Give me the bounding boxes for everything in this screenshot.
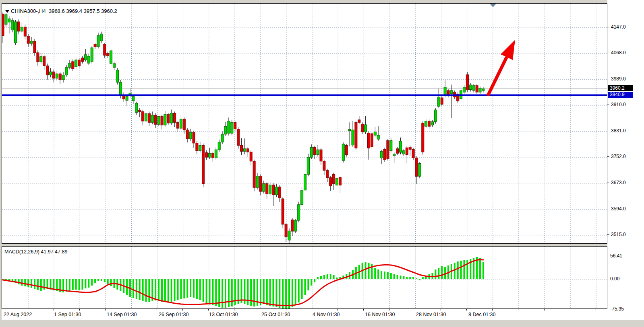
time-axis-tick [234,309,234,311]
trend-arrow-annotation[interactable] [488,40,515,96]
time-axis-tick [182,309,183,311]
time-axis-label: 13 Oct 01:30 [209,312,238,317]
price-axis-label: 3673.0 [611,180,626,185]
time-axis-tick [466,309,467,311]
time-axis-tick [28,309,28,311]
time-axis-tick [518,309,518,311]
price-axis[interactable]: 4147.04068.03989.03910.03831.03752.03673… [607,3,644,320]
price-axis-tick [607,156,609,157]
time-axis-tick [131,309,131,311]
time-axis-label: 4 Nov 01:30 [313,312,340,317]
time-axis-label: 14 Sep 01:30 [107,312,137,317]
price-axis-label: 4068.0 [611,50,626,56]
time-axis-tick [441,309,441,311]
current-price-tag: 3960.2 [608,85,633,91]
support-line[interactable] [2,95,607,96]
time-axis-tick [79,309,80,311]
price-axis-tick [607,27,609,27]
time-axis-label: 8 Dec 01:30 [468,312,495,317]
price-axis-label: 3594.0 [611,206,626,212]
time-axis-tick [286,309,286,311]
time-axis-tick [492,309,493,311]
macd-axis-label: 0.00 [610,276,619,282]
time-axis-label: 28 Nov 01:30 [416,312,446,317]
price-axis-label: 3752.0 [611,154,626,159]
time-axis-label: 26 Sep 01:30 [159,312,188,317]
macd-axis-label: -75.35 [610,306,624,312]
time-axis-tick [389,309,389,311]
chart-shift-marker-icon[interactable] [490,4,496,7]
time-axis-tick [157,309,157,311]
macd-indicator-label: MACD(12,26,9) 41.97 47.89 [4,249,67,255]
macd-axis-tick [607,256,609,256]
time-axis-tick [260,309,260,311]
price-axis-tick [607,183,609,183]
time-axis-tick [312,309,312,311]
time-axis-tick [105,309,106,311]
time-axis-label: 22 Aug 2022 [4,312,32,317]
price-axis-label: 3831.0 [611,128,626,134]
time-axis-label: 25 Oct 01:30 [261,312,290,317]
time-axis-tick [208,309,209,311]
price-axis-tick [607,209,609,209]
price-chart-canvas[interactable] [2,4,607,243]
hline-price-tag: 3940.9 [608,92,633,98]
time-axis-tick [54,309,54,311]
price-axis-tick [607,53,609,53]
price-axis-label: 3989.0 [611,76,626,82]
time-axis[interactable]: 22 Aug 20221 Sep 01:3014 Sep 01:3026 Sep… [2,309,607,320]
price-axis-tick [607,79,609,79]
time-axis-tick [338,309,338,311]
time-axis-tick [596,309,596,311]
symbol-dropdown-icon[interactable] [5,10,9,13]
time-axis-tick [363,309,364,311]
price-axis-label: 3910.0 [611,102,626,107]
symbol-ohlc-title: CHINA300-,H4 3968.6 3969.4 3957.5 3960.2 [11,8,117,14]
time-axis-tick [544,309,545,311]
price-axis-tick [607,105,609,105]
price-axis-label: 4147.0 [611,24,626,30]
time-axis-tick [415,309,415,311]
macd-axis-label: 56.41 [610,253,622,259]
time-axis-tick [570,309,570,311]
macd-indicator-panel[interactable]: MACD(12,26,9) 41.97 47.89 [2,246,607,309]
macd-axis-tick [607,279,609,279]
macd-axis-tick [607,309,609,309]
price-chart-panel[interactable]: CHINA300-,H4 3968.6 3969.4 3957.5 3960.2 [2,3,607,244]
time-axis-label: 16 Nov 01:30 [365,312,395,317]
macd-canvas[interactable] [2,247,607,308]
time-axis-label: 1 Sep 01:30 [54,312,81,317]
price-axis-label: 3515.0 [611,232,626,237]
chart-window: CHINA300-,H4 3968.6 3969.4 3957.5 3960.2… [0,0,644,327]
price-axis-tick [607,234,609,235]
price-axis-tick [607,131,609,131]
